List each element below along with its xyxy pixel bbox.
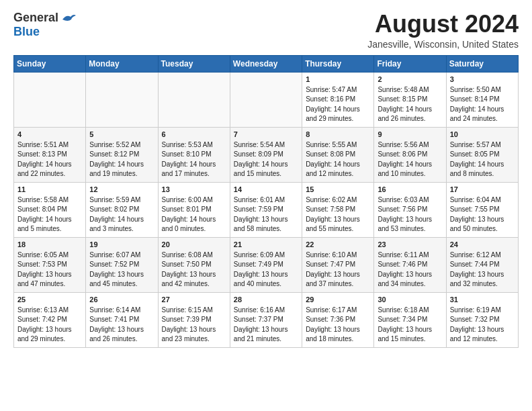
calendar-week-row: 18Sunrise: 6:05 AM Sunset: 7:53 PM Dayli… xyxy=(14,237,519,292)
cell-sun-info: Sunrise: 6:01 AM Sunset: 7:59 PM Dayligh… xyxy=(234,195,298,234)
calendar-cell: 28Sunrise: 6:16 AM Sunset: 7:37 PM Dayli… xyxy=(230,292,302,347)
logo-bird-icon xyxy=(61,13,76,25)
cell-sun-info: Sunrise: 5:57 AM Sunset: 8:05 PM Dayligh… xyxy=(450,140,515,179)
calendar-cell: 11Sunrise: 5:58 AM Sunset: 8:04 PM Dayli… xyxy=(14,182,86,237)
header-row: SundayMondayTuesdayWednesdayThursdayFrid… xyxy=(14,55,519,72)
logo: General Blue xyxy=(13,11,76,39)
logo-general-text: General xyxy=(13,11,58,25)
cell-sun-info: Sunrise: 6:08 AM Sunset: 7:50 PM Dayligh… xyxy=(162,250,226,289)
cell-sun-info: Sunrise: 6:14 AM Sunset: 7:41 PM Dayligh… xyxy=(89,306,154,345)
col-header-monday: Monday xyxy=(86,55,158,72)
calendar-cell: 18Sunrise: 6:05 AM Sunset: 7:53 PM Dayli… xyxy=(14,237,86,292)
calendar-cell: 24Sunrise: 6:12 AM Sunset: 7:44 PM Dayli… xyxy=(446,237,518,292)
calendar-cell: 20Sunrise: 6:08 AM Sunset: 7:50 PM Dayli… xyxy=(158,237,230,292)
calendar-cell: 10Sunrise: 5:57 AM Sunset: 8:05 PM Dayli… xyxy=(446,127,518,182)
day-number: 18 xyxy=(17,240,82,248)
cell-sun-info: Sunrise: 6:16 AM Sunset: 7:37 PM Dayligh… xyxy=(234,306,298,345)
day-number: 3 xyxy=(450,75,515,83)
cell-sun-info: Sunrise: 6:17 AM Sunset: 7:36 PM Dayligh… xyxy=(306,306,370,345)
cell-sun-info: Sunrise: 5:55 AM Sunset: 8:08 PM Dayligh… xyxy=(306,140,370,179)
col-header-sunday: Sunday xyxy=(14,55,86,72)
calendar-cell: 22Sunrise: 6:10 AM Sunset: 7:47 PM Dayli… xyxy=(302,237,374,292)
cell-sun-info: Sunrise: 5:59 AM Sunset: 8:02 PM Dayligh… xyxy=(89,195,154,234)
day-number: 15 xyxy=(306,185,370,193)
col-header-friday: Friday xyxy=(374,55,446,72)
calendar-cell xyxy=(158,72,230,127)
cell-sun-info: Sunrise: 6:15 AM Sunset: 7:39 PM Dayligh… xyxy=(162,306,226,345)
cell-sun-info: Sunrise: 5:48 AM Sunset: 8:15 PM Dayligh… xyxy=(378,85,442,124)
day-number: 6 xyxy=(162,130,226,138)
day-number: 22 xyxy=(306,240,370,248)
calendar-cell: 8Sunrise: 5:55 AM Sunset: 8:08 PM Daylig… xyxy=(302,127,374,182)
month-year-title: August 2024 xyxy=(367,11,519,38)
cell-sun-info: Sunrise: 6:04 AM Sunset: 7:55 PM Dayligh… xyxy=(450,195,515,234)
page-header: General Blue August 2024 Janesville, Wis… xyxy=(13,11,519,50)
calendar-cell: 14Sunrise: 6:01 AM Sunset: 7:59 PM Dayli… xyxy=(230,182,302,237)
calendar-cell: 29Sunrise: 6:17 AM Sunset: 7:36 PM Dayli… xyxy=(302,292,374,347)
calendar-cell xyxy=(86,72,158,127)
day-number: 21 xyxy=(234,240,298,248)
cell-sun-info: Sunrise: 6:13 AM Sunset: 7:42 PM Dayligh… xyxy=(17,306,82,345)
day-number: 17 xyxy=(450,185,515,193)
calendar-cell: 3Sunrise: 5:50 AM Sunset: 8:14 PM Daylig… xyxy=(446,72,518,127)
calendar-cell: 30Sunrise: 6:18 AM Sunset: 7:34 PM Dayli… xyxy=(374,292,446,347)
calendar-cell: 1Sunrise: 5:47 AM Sunset: 8:16 PM Daylig… xyxy=(302,72,374,127)
calendar-cell: 17Sunrise: 6:04 AM Sunset: 7:55 PM Dayli… xyxy=(446,182,518,237)
calendar-cell: 15Sunrise: 6:02 AM Sunset: 7:58 PM Dayli… xyxy=(302,182,374,237)
day-number: 28 xyxy=(234,295,298,304)
cell-sun-info: Sunrise: 5:52 AM Sunset: 8:12 PM Dayligh… xyxy=(89,140,154,179)
title-section: August 2024 Janesville, Wisconsin, Unite… xyxy=(367,11,519,50)
day-number: 20 xyxy=(162,240,226,248)
cell-sun-info: Sunrise: 5:58 AM Sunset: 8:04 PM Dayligh… xyxy=(17,195,82,234)
calendar-week-row: 1Sunrise: 5:47 AM Sunset: 8:16 PM Daylig… xyxy=(14,72,519,127)
calendar-cell xyxy=(230,72,302,127)
calendar-cell: 31Sunrise: 6:19 AM Sunset: 7:32 PM Dayli… xyxy=(446,292,518,347)
calendar-cell: 27Sunrise: 6:15 AM Sunset: 7:39 PM Dayli… xyxy=(158,292,230,347)
location-subtitle: Janesville, Wisconsin, United States xyxy=(367,39,519,50)
calendar-cell xyxy=(14,72,86,127)
day-number: 30 xyxy=(378,295,442,304)
calendar-cell: 25Sunrise: 6:13 AM Sunset: 7:42 PM Dayli… xyxy=(14,292,86,347)
calendar-cell: 9Sunrise: 5:56 AM Sunset: 8:06 PM Daylig… xyxy=(374,127,446,182)
calendar-week-row: 11Sunrise: 5:58 AM Sunset: 8:04 PM Dayli… xyxy=(14,182,519,237)
day-number: 7 xyxy=(234,130,298,138)
calendar-table: SundayMondayTuesdayWednesdayThursdayFrid… xyxy=(13,55,519,348)
cell-sun-info: Sunrise: 5:47 AM Sunset: 8:16 PM Dayligh… xyxy=(306,85,370,124)
day-number: 2 xyxy=(378,75,442,83)
calendar-header: SundayMondayTuesdayWednesdayThursdayFrid… xyxy=(14,55,519,72)
cell-sun-info: Sunrise: 6:19 AM Sunset: 7:32 PM Dayligh… xyxy=(450,306,515,345)
calendar-cell: 16Sunrise: 6:03 AM Sunset: 7:56 PM Dayli… xyxy=(374,182,446,237)
day-number: 5 xyxy=(89,130,154,138)
calendar-cell: 26Sunrise: 6:14 AM Sunset: 7:41 PM Dayli… xyxy=(86,292,158,347)
day-number: 14 xyxy=(234,185,298,193)
calendar-cell: 13Sunrise: 6:00 AM Sunset: 8:01 PM Dayli… xyxy=(158,182,230,237)
calendar-cell: 19Sunrise: 6:07 AM Sunset: 7:52 PM Dayli… xyxy=(86,237,158,292)
cell-sun-info: Sunrise: 5:54 AM Sunset: 8:09 PM Dayligh… xyxy=(234,140,298,179)
day-number: 31 xyxy=(450,295,515,304)
cell-sun-info: Sunrise: 6:10 AM Sunset: 7:47 PM Dayligh… xyxy=(306,250,370,289)
cell-sun-info: Sunrise: 5:51 AM Sunset: 8:13 PM Dayligh… xyxy=(17,140,82,179)
day-number: 26 xyxy=(89,295,154,304)
calendar-cell: 2Sunrise: 5:48 AM Sunset: 8:15 PM Daylig… xyxy=(374,72,446,127)
day-number: 12 xyxy=(89,185,154,193)
day-number: 11 xyxy=(17,185,82,193)
cell-sun-info: Sunrise: 6:11 AM Sunset: 7:46 PM Dayligh… xyxy=(378,250,442,289)
cell-sun-info: Sunrise: 5:53 AM Sunset: 8:10 PM Dayligh… xyxy=(162,140,226,179)
cell-sun-info: Sunrise: 6:18 AM Sunset: 7:34 PM Dayligh… xyxy=(378,306,442,345)
day-number: 19 xyxy=(89,240,154,248)
calendar-week-row: 4Sunrise: 5:51 AM Sunset: 8:13 PM Daylig… xyxy=(14,127,519,182)
day-number: 29 xyxy=(306,295,370,304)
calendar-cell: 5Sunrise: 5:52 AM Sunset: 8:12 PM Daylig… xyxy=(86,127,158,182)
cell-sun-info: Sunrise: 5:56 AM Sunset: 8:06 PM Dayligh… xyxy=(378,140,442,179)
day-number: 24 xyxy=(450,240,515,248)
calendar-week-row: 25Sunrise: 6:13 AM Sunset: 7:42 PM Dayli… xyxy=(14,292,519,347)
cell-sun-info: Sunrise: 6:03 AM Sunset: 7:56 PM Dayligh… xyxy=(378,195,442,234)
logo-blue-text: Blue xyxy=(13,25,40,39)
cell-sun-info: Sunrise: 6:12 AM Sunset: 7:44 PM Dayligh… xyxy=(450,250,515,289)
cell-sun-info: Sunrise: 6:00 AM Sunset: 8:01 PM Dayligh… xyxy=(162,195,226,234)
cell-sun-info: Sunrise: 5:50 AM Sunset: 8:14 PM Dayligh… xyxy=(450,85,515,124)
col-header-saturday: Saturday xyxy=(446,55,518,72)
calendar-cell: 6Sunrise: 5:53 AM Sunset: 8:10 PM Daylig… xyxy=(158,127,230,182)
cell-sun-info: Sunrise: 6:05 AM Sunset: 7:53 PM Dayligh… xyxy=(17,250,82,289)
cell-sun-info: Sunrise: 6:02 AM Sunset: 7:58 PM Dayligh… xyxy=(306,195,370,234)
